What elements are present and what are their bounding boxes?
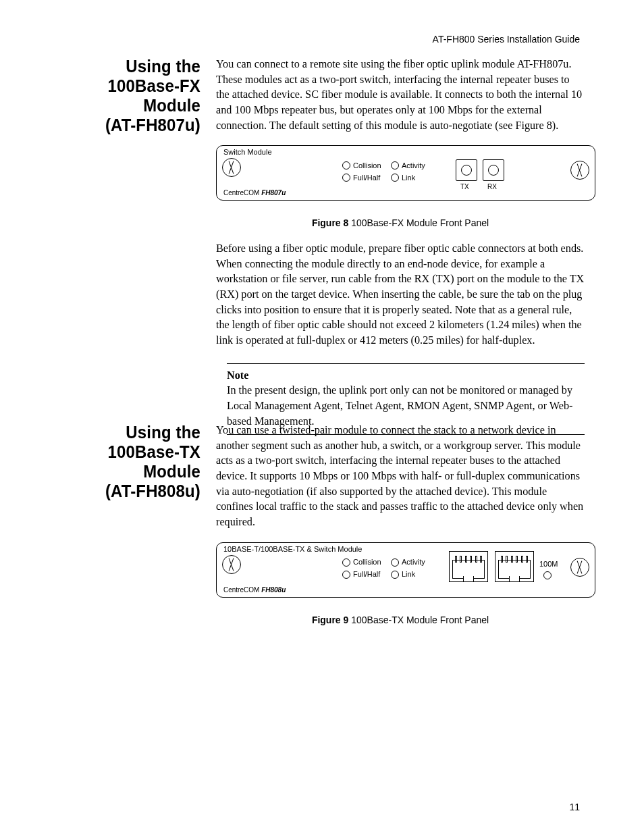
led-label: Activity [402,557,434,567]
led-label: Collision [353,557,385,567]
note-title: Note [227,368,585,384]
screw-icon [222,555,241,574]
led-label: Link [402,173,434,183]
brand-prefix: CentreCOM [223,189,261,197]
page: AT-FH800 Series Installation Guide Using… [0,0,644,834]
heading-line: (AT-FH808u) [105,481,200,501]
heading-line: 100Base-TX [108,442,200,462]
brand-model: FH808u [261,586,286,594]
body-column: You can connect to a remote site using t… [216,57,585,435]
rj45-port [495,551,534,582]
section-fx-module: Using the 100Base-FX Module (AT-FH807u) … [49,57,585,435]
paragraph: You can connect to a remote site using t… [216,57,585,133]
led-icon [342,161,350,170]
heading-line: Using the [126,422,200,442]
screw-icon [570,558,589,577]
caption-text: 100Base-TX Module Front Panel [348,615,489,625]
led-icon [391,161,399,170]
fiber-port-tx [456,159,477,181]
paragraph: You can use a twisted-pair module to con… [216,423,585,530]
panel-title: Switch Module [223,147,272,157]
fiber-port-rx [483,159,504,181]
led-icon [391,571,399,579]
led-icon [342,174,350,182]
led-label: Activity [402,161,434,171]
led-icon [342,571,350,579]
section-tx-module: Using the 100Base-TX Module (AT-FH808u) … [49,423,585,637]
caption-label: Figure 8 [312,217,348,228]
figure-8-panel: Switch Module Collision Activity Full/Ha… [216,145,595,201]
caption-text: 100Base-FX Module Front Panel [348,217,489,228]
led-indicator-group: Collision Activity Full/Half Link [342,159,434,184]
heading-line: (AT-FH807u) [105,115,200,135]
led-label: Link [402,569,434,579]
speed-label: 100M [539,559,558,569]
led-indicator-group: Collision Activity Full/Half Link [342,556,434,581]
port-label: TX [460,182,469,192]
led-label: Collision [353,161,385,171]
led-icon [391,558,399,567]
rj45-port [449,551,488,582]
led-icon [391,174,399,182]
led-icon [342,558,350,567]
brand-model: FH807u [261,189,286,197]
figure-9-caption: Figure 9 100Base-TX Module Front Panel [216,614,585,627]
panel-title: 10BASE-T/100BASE-TX & Switch Module [223,544,362,554]
led-label: Full/Half [353,173,385,183]
port-label: RX [487,182,497,192]
led-icon [543,571,552,579]
paragraph: Before using a fiber optic module, prepa… [216,241,585,348]
heading-line: Module [143,95,200,115]
caption-label: Figure 9 [312,615,348,625]
heading-line: Module [143,461,200,481]
brand-prefix: CentreCOM [223,586,261,594]
section-heading-fx: Using the 100Base-FX Module (AT-FH807u) [61,57,200,135]
screw-icon [570,161,589,180]
panel-brand: CentreCOM FH808u [223,585,286,595]
figure-9-panel: 10BASE-T/100BASE-TX & Switch Module Coll… [216,542,595,598]
body-column: You can use a twisted-pair module to con… [216,423,585,627]
heading-line: 100Base-FX [108,76,200,96]
running-header: AT-FH800 Series Installation Guide [433,34,580,45]
panel-brand: CentreCOM FH807u [223,188,286,198]
page-number: 11 [569,802,580,812]
heading-line: Using the [126,56,200,76]
figure-8-caption: Figure 8 100Base-FX Module Front Panel [216,217,585,230]
screw-icon [222,158,241,177]
led-label: Full/Half [353,569,385,579]
section-heading-tx: Using the 100Base-TX Module (AT-FH808u) [61,423,200,501]
